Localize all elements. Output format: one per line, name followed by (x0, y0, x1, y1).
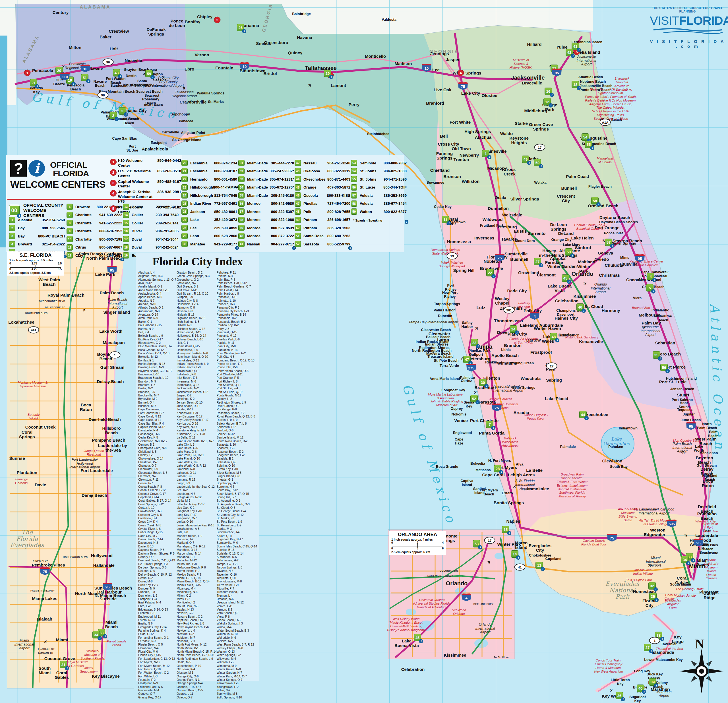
city-index-entry: Daytona Beach, P-5 (138, 548, 176, 552)
inset-label: Historical Museum of Southern Florida (80, 649, 104, 660)
map-label: Cape San Blas (112, 137, 137, 141)
city-index-entry: Tarpon Springs, L-8 (217, 566, 257, 569)
county-phone: 305-444-7270 (271, 161, 294, 165)
map-label: Ruskin (485, 361, 497, 365)
county-phone: 800-344-TGIF (383, 185, 407, 189)
city-index-entry: Winter Haven, N-8 (217, 668, 257, 671)
county-number-badge: 24 (181, 192, 188, 199)
city-index-entry: Palm Beach, C-8, R-12 (217, 281, 257, 285)
city-index-entry: Jacksonville, N-2 (176, 387, 217, 390)
county-center-row: 46Osceola800-333-KISS (295, 191, 350, 200)
county-center-row: 49Putnam386-698-1657 (295, 216, 350, 224)
county-number-badge: 33 (238, 176, 244, 182)
inset-label: Palm Beach (100, 291, 124, 295)
county-name: Okeechobee (303, 177, 327, 182)
county-number-badge: 22 (181, 176, 188, 182)
us-route-shield: 1 (649, 637, 660, 644)
welcome-center-marker: 34 (681, 556, 689, 563)
city-index-entry: Clewiston, P-11 (138, 478, 176, 481)
map-label: Holt (110, 47, 118, 51)
county-center-row: 14Collier239-394-7549 (123, 211, 179, 219)
city-index-entry: Miami, C-16, Q-14 (176, 576, 217, 580)
official-center-phone: 850-488-6167 (157, 179, 181, 184)
county-center-row: 4Brevard321-454-2022 (9, 240, 65, 248)
inset-label: Deerfield Beach (88, 417, 121, 422)
city-index-entry: Placida, M-11 (217, 341, 257, 345)
inset-label: Lake Worth (99, 329, 122, 333)
map-label: Fort White (449, 120, 471, 124)
city-index-entry: Lamont, J-2 (176, 475, 217, 478)
county-phone: 904-791-4305 (156, 229, 179, 233)
city-index-entry: Marco Island, N-14 (176, 552, 217, 556)
city-index-column-1: Alachua, L-4Alligator Point, H-3Altamont… (138, 271, 176, 699)
city-index-entry: DeBary, O-6 (138, 556, 176, 559)
county-number-badge: 25 (181, 201, 188, 207)
city-index-entry: Pensacola, B-2 (217, 316, 257, 320)
map-label: Tavares (501, 237, 517, 241)
county-number-badge: 18 (123, 244, 129, 251)
city-index-entry: Grayton Beach, D-2 (176, 271, 217, 274)
county-number-badge: 30 (181, 241, 188, 247)
map-label: St. Pete Beach (434, 359, 459, 363)
map-label: Trenton (454, 157, 469, 162)
city-index-entry: Fort White, L-3 (138, 675, 176, 678)
county-name: Duval (131, 229, 156, 233)
city-index-entry: Safety Harbor, E-7, L-8 (217, 422, 257, 426)
city-index-entry: Copeland, O-14 (138, 496, 176, 499)
city-index-entry: Davie, B-13 (138, 545, 176, 548)
county-phone: 800-333-KISS (327, 193, 350, 198)
county-number-badge: 1 (9, 217, 15, 223)
welcome-center-marker: 26 (237, 24, 244, 31)
county-column: 20Escambia800-874-123421Escambia800-328-… (181, 159, 237, 248)
county-name: Alachua (18, 218, 42, 222)
map-label: South Miami (670, 583, 691, 587)
airport-label: Tampa Bay International Airport (409, 320, 458, 325)
county-phone: 904-261-3248 (327, 161, 350, 165)
map-label: Fountain (215, 66, 233, 70)
map-label: Pensacola Beach (67, 84, 84, 91)
city-index-entry: Floral City, M-6 (138, 650, 176, 654)
scale-tick: 2.75 (32, 262, 37, 265)
city-index-entry: Pembroke Pines, B-14 (217, 313, 257, 316)
orlando-inset-title: ORLANDO AREA (391, 532, 443, 537)
map-label: Harmony (601, 308, 620, 313)
city-index-entry: Century, B-1 (138, 443, 176, 446)
county-name: Brevard (18, 242, 42, 246)
city-index-entry: Hialeah, B-16 (176, 313, 217, 316)
city-index-entry: Alachua, L-4 (138, 271, 176, 274)
county-phone: 800-PC BEACH (38, 234, 65, 238)
attraction-label: Miccosukee Indian Village (633, 568, 653, 576)
map-label: Vernon (195, 53, 209, 57)
county-name: Monroe (247, 218, 271, 222)
inset-label: Pompano Beach (92, 438, 126, 443)
city-index-entry: Champions Gate, N-8 (138, 446, 176, 450)
city-index-entry: Madeira Beach, L-9 (176, 534, 217, 538)
county-phone: 800-628-2866 (214, 234, 237, 238)
map-label: Surfside (704, 551, 718, 556)
welcome-center-marker: 23 (471, 339, 478, 346)
city-index-entry: Hilliard, N-1 (176, 323, 217, 327)
inset-label: Singer Island (103, 310, 130, 315)
question-info-icon: ?i (10, 160, 45, 177)
inset-label: Butterfly World (27, 413, 39, 420)
map-label: Port St. Joe (127, 145, 138, 152)
city-index-entry: Sneads, G-1 (217, 478, 257, 481)
city-index-entry: Longwood, O-7 (176, 517, 217, 520)
inset-label: Miami Beach (105, 620, 118, 629)
county-number-badge: 57 (351, 192, 357, 199)
city-index-entry: Lake Helen, O-6 (176, 446, 217, 450)
city-index-entry: Plant City, M-8 (217, 345, 257, 348)
county-number-badge: 20 (181, 160, 188, 166)
county-name: Collier (131, 213, 156, 217)
city-index-entry: Lake Buena Vista, K-16, N-7 (176, 440, 217, 443)
map-label: Edgewater (644, 533, 666, 537)
welcome-center-marker: 24 (510, 325, 517, 333)
county-name: Charlotte (75, 221, 99, 225)
city-index-entry: Daytona Beach Shores, P-5 (138, 552, 176, 556)
city-index-entry: Palm Beach Gardens, C-7 (217, 285, 257, 288)
county-number-badge: 16 (123, 228, 129, 234)
county-column: 13Collier239-695-331114Collier239-394-75… (123, 203, 179, 260)
welcome-center-marker: 52 (470, 395, 478, 403)
us-route-shield: 98 (98, 92, 108, 99)
city-index-entry: Marathon, O-17 (176, 548, 217, 552)
